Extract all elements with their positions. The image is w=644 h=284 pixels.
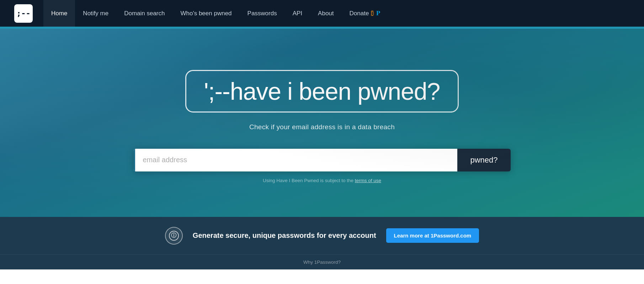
search-row: pwned? [134,149,511,171]
onepassword-icon: ⓘ [165,227,183,245]
terms-notice: Using Have I Been Pwned is subject to th… [263,178,381,183]
nav-item-passwords[interactable]: Passwords [240,0,285,27]
hero-section: ';--have i been pwned? Check if your ema… [0,29,644,217]
nav-item-pwned[interactable]: Who's been pwned [172,0,239,27]
nav-item-notify[interactable]: Notify me [75,0,116,27]
hero-tagline: Check if your email address is in a data… [249,123,395,131]
nav-item-domain[interactable]: Domain search [116,0,172,27]
nav-item-about[interactable]: About [310,0,341,27]
onepassword-icon-inner: ⓘ [169,231,179,241]
donate-label: Donate [350,10,369,17]
onepassword-banner: ⓘ Generate secure, unique passwords for … [0,217,644,254]
paypal-icon: 𝐏 [376,10,380,17]
why-onepassword-row: Why 1Password? [0,254,644,269]
terms-link[interactable]: terms of use [355,178,381,183]
why-onepassword-link[interactable]: Why 1Password? [303,260,341,265]
pwned-button[interactable]: pwned? [457,149,510,171]
nav-item-api[interactable]: API [285,0,310,27]
email-input[interactable] [134,149,458,171]
banner-main-text: Generate secure, unique passwords for ev… [193,231,376,240]
onepassword-cta-button[interactable]: Learn more at 1Password.com [386,228,479,243]
hero-logo-text: ';--have i been pwned? [204,78,440,105]
nav-donate[interactable]: Donate ₿ 𝐏 [342,10,388,17]
nav-item-home[interactable]: Home [43,0,75,27]
site-logo[interactable]: ;-- [14,4,33,23]
logo-box: ';--have i been pwned? [185,70,459,113]
navigation: ;-- Home Notify me Domain search Who's b… [0,0,644,27]
nav-items: Home Notify me Domain search Who's been … [43,0,630,27]
bitcoin-icon: ₿ [371,10,374,17]
